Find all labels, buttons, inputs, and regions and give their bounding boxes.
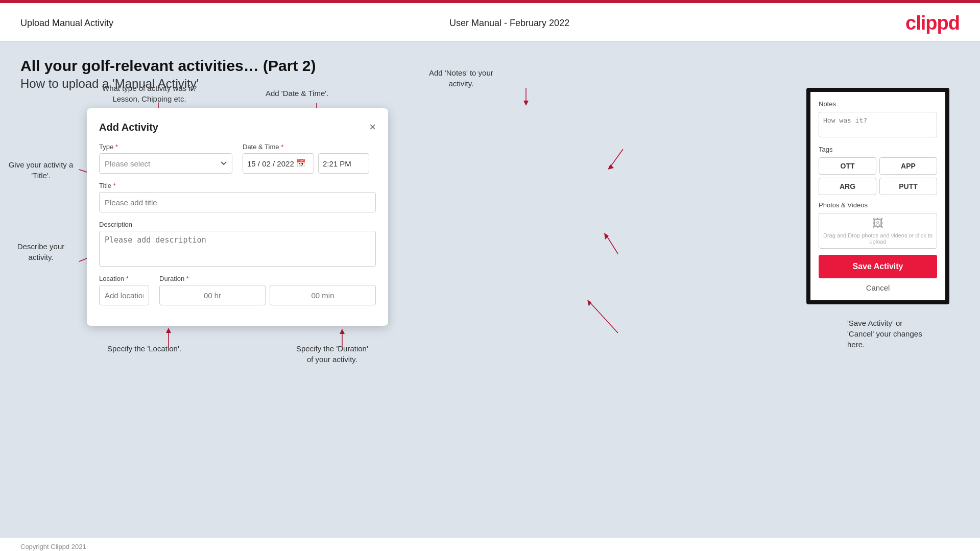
manual-title: User Manual - February 2022 <box>449 18 569 29</box>
svg-line-16 <box>607 236 618 254</box>
tag-ott[interactable]: OTT <box>819 157 876 175</box>
location-label: Location * <box>99 275 149 282</box>
annotation-location: Specify the 'Location'. <box>107 343 181 354</box>
cancel-link[interactable]: Cancel <box>819 283 937 292</box>
logo: clippd <box>905 12 960 34</box>
type-label: Type * <box>99 143 232 151</box>
svg-line-18 <box>590 302 618 333</box>
notes-textarea[interactable] <box>819 112 937 137</box>
date-value: 15 / 02 / 2022 <box>247 159 294 168</box>
type-select[interactable]: Please select <box>99 153 232 174</box>
duration-label: Duration * <box>159 275 376 282</box>
photos-upload[interactable]: 🖼 Drag and Drop photos and videos or cli… <box>819 213 937 249</box>
time-value: 2:21 PM <box>323 159 351 168</box>
svg-marker-9 <box>166 328 171 333</box>
annotation-notes: Add 'Notes' to youractivity. <box>429 67 493 89</box>
description-textarea[interactable] <box>99 231 376 267</box>
title-input[interactable] <box>99 192 376 212</box>
save-activity-button[interactable]: Save Activity <box>819 255 937 278</box>
annotation-give-title: Give your activity a'Title'. <box>0 159 82 181</box>
title-label: Title * <box>99 182 376 189</box>
tags-grid: OTT APP ARG PUTT <box>819 157 937 195</box>
svg-line-14 <box>610 149 623 167</box>
date-input[interactable]: 15 / 02 / 2022 📅 <box>243 153 314 174</box>
location-input[interactable] <box>99 285 149 305</box>
annotation-activity-type: What type of activity was it?Lesson, Chi… <box>102 83 197 104</box>
photos-label: Photos & Videos <box>819 201 937 209</box>
annotation-date-time: Add 'Date & Time'. <box>266 88 328 99</box>
svg-marker-17 <box>604 233 609 239</box>
copyright: Copyright Clippd 2021 <box>20 543 86 550</box>
phone-panel: Notes Tags OTT APP ARG PUTT Photos & Vid… <box>806 88 949 304</box>
annotation-describe: Describe youractivity. <box>0 241 82 262</box>
tag-putt[interactable]: PUTT <box>879 178 937 195</box>
calendar-icon: 📅 <box>296 159 306 168</box>
svg-marker-11 <box>340 329 345 334</box>
modal-title: Add Activity <box>99 122 158 133</box>
svg-marker-19 <box>587 300 591 306</box>
date-time-label: Date & Time * <box>243 143 376 151</box>
tag-app[interactable]: APP <box>879 157 937 175</box>
tag-arg[interactable]: ARG <box>819 178 876 195</box>
annotation-duration: Specify the 'Duration'of your activity. <box>296 343 368 365</box>
annotation-save-cancel: 'Save Activity' or'Cancel' your changesh… <box>847 318 970 350</box>
notes-label: Notes <box>819 100 937 108</box>
photos-text: Drag and Drop photos and videos or click… <box>819 232 937 245</box>
tags-label: Tags <box>819 146 937 153</box>
description-label: Description <box>99 221 376 228</box>
svg-marker-15 <box>608 164 614 170</box>
svg-marker-13 <box>523 101 529 106</box>
photo-icon: 🖼 <box>872 217 883 230</box>
modal-close-button[interactable]: × <box>369 121 376 134</box>
duration-min-input[interactable] <box>270 285 376 305</box>
add-activity-modal: Add Activity × Type * Please select Date… <box>87 108 388 326</box>
page-title: Upload Manual Activity <box>20 18 113 29</box>
duration-hr-input[interactable] <box>159 285 266 305</box>
time-input[interactable]: 2:21 PM <box>318 153 369 174</box>
